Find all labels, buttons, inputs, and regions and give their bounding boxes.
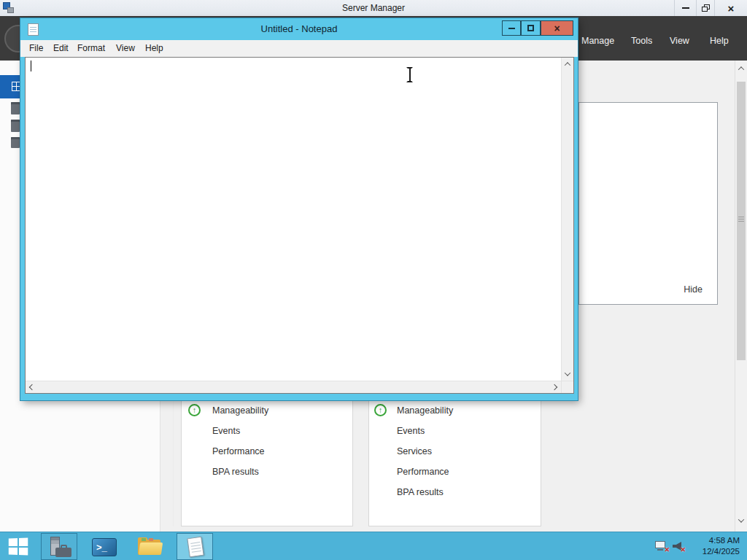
menu-tools[interactable]: Tools (631, 36, 652, 46)
notepad-window-title: Untitled - Notepad (20, 18, 578, 40)
sm-restore-button[interactable] (696, 0, 714, 16)
tile-link-services[interactable]: Services (397, 446, 432, 456)
up-arrow-circle-icon: ↑ (374, 404, 387, 416)
notepad-vscrollbar[interactable] (561, 58, 573, 381)
tray-date: 12/4/2025 (684, 546, 740, 557)
tile-link-events[interactable]: Events (397, 426, 425, 436)
text-caret (31, 61, 31, 71)
scroll-down-button[interactable] (562, 368, 573, 380)
server-manager-window-title: Server Manager (0, 0, 747, 16)
chevron-down-icon (565, 370, 570, 376)
start-button[interactable] (0, 532, 36, 560)
menu-manage[interactable]: Manage (581, 36, 614, 46)
scroll-right-button[interactable] (549, 381, 560, 393)
notepad-menu-edit[interactable]: Edit (53, 43, 69, 53)
notepad-hscrollbar[interactable] (26, 381, 561, 393)
tray-clock[interactable]: 4:58 AM 12/4/2025 (684, 535, 740, 557)
menu-help[interactable]: Help (710, 36, 729, 46)
tile-link-performance[interactable]: Performance (212, 446, 265, 456)
notepad-menubar: File Edit Format View Help (20, 40, 578, 57)
tile-link-performance[interactable]: Performance (397, 467, 449, 477)
scroll-up-button[interactable] (735, 62, 747, 74)
chevron-up-icon (565, 62, 570, 68)
restore-icon (702, 4, 710, 12)
welcome-tile: Hide (578, 102, 718, 305)
close-icon: × (728, 3, 735, 14)
taskbar-notepad-button[interactable] (177, 533, 213, 560)
menu-view[interactable]: View (670, 36, 689, 46)
tile-link-bpa-results[interactable]: BPA results (397, 487, 444, 497)
tile-column-divider (173, 400, 174, 526)
sm-scrollbar[interactable] (735, 61, 747, 532)
maximize-icon (527, 25, 534, 31)
ibeam-cursor (406, 67, 414, 82)
notepad-window: Untitled - Notepad × File Edit Format Vi… (20, 18, 578, 400)
chevron-down-icon (738, 516, 744, 522)
network-status-icon[interactable]: ✕ (654, 540, 669, 553)
notepad-text-area[interactable] (26, 58, 561, 381)
minimize-icon (508, 28, 515, 29)
scroll-down-button[interactable] (735, 514, 747, 527)
notepad-menu-format[interactable]: Format (77, 43, 105, 53)
notepad-menu-file[interactable]: File (29, 43, 43, 53)
notepad-icon (187, 537, 204, 558)
chevron-left-icon (29, 384, 35, 390)
taskbar: >_ ✕ ✕ 4:58 AM 12/4/2025 (0, 532, 747, 560)
server-icon[interactable] (11, 102, 20, 114)
sm-close-button[interactable]: × (714, 0, 747, 16)
taskbar-powershell-button[interactable]: >_ (86, 533, 123, 560)
hide-link[interactable]: Hide (684, 284, 703, 295)
chevron-right-icon (551, 384, 557, 390)
server-manager-titlebar: Server Manager × (0, 0, 747, 16)
disconnected-badge-icon: ✕ (664, 547, 670, 553)
taskbar-server-manager-button[interactable] (41, 533, 77, 560)
tile-link-manageability[interactable]: Manageability (397, 405, 453, 416)
notepad-titlebar[interactable]: Untitled - Notepad × (20, 18, 578, 40)
notepad-content-frame (25, 57, 574, 394)
tray-time: 4:58 AM (684, 535, 740, 546)
taskbar-file-explorer-button[interactable] (131, 533, 168, 560)
powershell-icon: >_ (92, 538, 117, 556)
scrollbar-thumb[interactable] (737, 82, 746, 360)
up-arrow-circle-icon: ↑ (188, 404, 201, 416)
close-icon: × (554, 23, 560, 34)
tile-link-bpa-results[interactable]: BPA results (212, 467, 259, 477)
tile-link-events[interactable]: Events (212, 426, 240, 436)
notepad-menu-view[interactable]: View (116, 43, 135, 53)
scroll-up-button[interactable] (562, 58, 573, 70)
scroll-left-button[interactable] (26, 381, 38, 393)
tile-link-manageability[interactable]: Manageability (212, 405, 268, 416)
server-icon[interactable] (11, 120, 20, 132)
notepad-minimize-button[interactable] (502, 20, 521, 36)
resize-grip[interactable] (561, 381, 573, 393)
minimize-icon (682, 7, 689, 9)
desktop: Server Manager × Manage Tools View Help … (0, 0, 747, 560)
notepad-close-button[interactable]: × (541, 20, 573, 36)
notepad-maximize-button[interactable] (521, 20, 541, 36)
server-icon[interactable] (11, 137, 20, 148)
chevron-up-icon (738, 66, 744, 72)
sm-minimize-button[interactable] (674, 0, 696, 16)
windows-logo-icon (9, 538, 28, 556)
notepad-menu-help[interactable]: Help (145, 43, 163, 53)
volume-status-icon[interactable]: ✕ (672, 540, 685, 553)
